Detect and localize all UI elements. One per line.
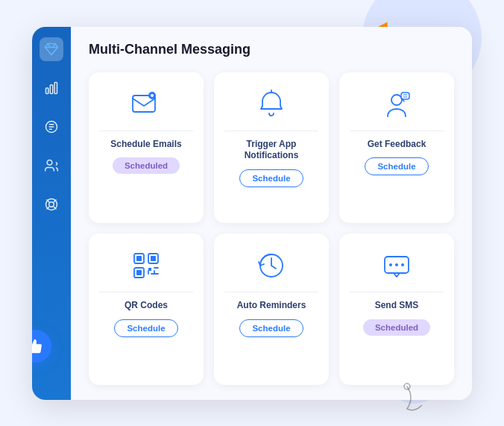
qr-codes-badge[interactable]: Schedule [114, 319, 177, 337]
svg-rect-1 [50, 84, 52, 93]
send-sms-badge[interactable]: Scheduled [363, 319, 430, 336]
trigger-notifications-badge[interactable]: Schedule [239, 169, 303, 187]
schedule-emails-badge[interactable]: Scheduled [113, 157, 180, 174]
svg-rect-18 [136, 270, 142, 275]
svg-point-23 [401, 263, 404, 266]
send-sms-label: Send SMS [375, 300, 419, 312]
feature-grid: Schedule Emails Scheduled Trigger App No… [89, 72, 454, 385]
feature-card-qr-codes: QR Codes Schedule [89, 234, 204, 385]
trigger-notifications-label: Trigger App Notifications [224, 139, 318, 162]
svg-point-9 [151, 94, 154, 97]
get-feedback-label: Get Feedback [368, 139, 426, 151]
sidebar-item-support[interactable] [40, 192, 63, 216]
page-title: Multi-Channel Messaging [89, 42, 454, 57]
svg-rect-12 [401, 93, 409, 99]
main-card: Multi-Channel Messaging Schedule Emails … [32, 27, 472, 400]
send-sms-icon [378, 247, 415, 284]
main-content: Multi-Channel Messaging Schedule Emails … [71, 27, 472, 400]
feature-card-get-feedback: Get Feedback Schedule [339, 72, 454, 224]
svg-rect-14 [136, 256, 142, 261]
auto-reminders-label: Auto Reminders [237, 300, 306, 312]
get-feedback-icon [378, 86, 415, 123]
feature-card-trigger-notifications: Trigger App Notifications Schedule [214, 72, 329, 224]
svg-rect-16 [151, 256, 156, 261]
svg-point-22 [395, 263, 398, 266]
sidebar-item-chart[interactable] [40, 76, 63, 100]
card-divider [350, 292, 444, 292]
auto-reminders-icon [253, 247, 290, 284]
auto-reminders-badge[interactable]: Schedule [239, 319, 303, 337]
sidebar-item-message[interactable] [40, 115, 63, 139]
feature-card-send-sms: Send SMS Scheduled [339, 234, 454, 385]
feature-card-schedule-emails: Schedule Emails Scheduled [89, 72, 204, 224]
sidebar-item-users[interactable] [40, 154, 63, 178]
svg-point-11 [391, 95, 402, 105]
schedule-emails-icon [127, 86, 165, 123]
card-divider [350, 131, 444, 131]
svg-point-4 [47, 160, 52, 165]
svg-rect-2 [54, 82, 57, 93]
qr-codes-icon [127, 247, 165, 284]
card-divider [224, 131, 318, 131]
qr-codes-label: QR Codes [125, 300, 168, 312]
trigger-notifications-icon [253, 86, 290, 123]
svg-point-21 [389, 263, 392, 266]
schedule-emails-label: Schedule Emails [110, 139, 181, 151]
sidebar-item-diamond[interactable] [40, 37, 63, 61]
feature-card-auto-reminders: Auto Reminders Schedule [214, 234, 329, 385]
card-divider [224, 292, 318, 292]
get-feedback-badge[interactable]: Schedule [365, 157, 428, 175]
svg-point-6 [49, 201, 54, 207]
svg-rect-0 [46, 88, 48, 94]
squiggle-decoration [400, 383, 437, 413]
card-divider [99, 292, 193, 292]
card-divider [99, 131, 193, 131]
